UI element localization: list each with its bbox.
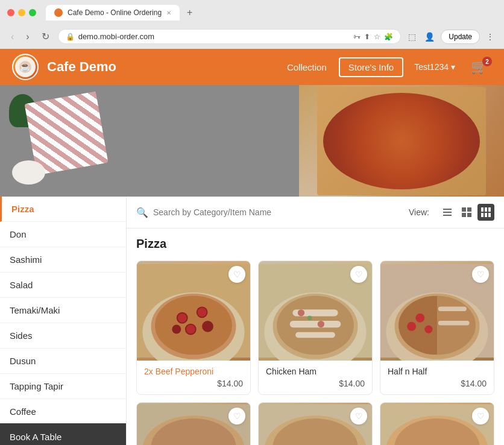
profile-icon[interactable]: 👤 [422,31,437,43]
svg-point-35 [298,309,304,316]
grid-2col-icon [461,207,472,218]
hero-banner [0,85,504,197]
plate-decoration [12,160,45,185]
menu-card-image: ♡ [259,403,372,445]
sidebar-item-pizza[interactable]: Pizza [0,197,126,222]
app-navigation: Collection Store's Info Test1234 ▾ 🛒 2 [280,57,492,77]
reload-button[interactable]: ↻ [38,30,53,43]
svg-rect-34 [295,332,335,338]
menu-card-info: 2x Beef Pepperoni $14.00 [137,361,250,394]
svg-rect-12 [488,207,491,212]
address-bar[interactable]: 🔒 demo.mobi-order.com 🗝 ⬆ ☆ 🧩 [58,29,402,44]
svg-rect-6 [462,207,466,212]
sidebar-item-sashimi[interactable]: Sashimi [0,247,126,273]
menu-card-item-5[interactable]: ♡ [258,402,373,445]
url-text: demo.mobi-order.com [78,32,350,41]
menu-item-name: 2x Beef Pepperoni [144,367,243,376]
hero-right-panel [299,85,504,197]
svg-rect-49 [438,321,470,326]
lock-icon: 🔒 [66,33,75,41]
new-tab-button[interactable]: + [187,7,192,18]
browser-action-buttons: ⬚ 👤 Update ⋮ [406,30,497,44]
svg-point-47 [424,325,432,333]
favorite-button[interactable]: ♡ [228,266,245,283]
logo-image: ☕ [13,55,37,79]
favorite-button[interactable]: ♡ [472,266,489,283]
sidebar-item-temaki-maki[interactable]: Temaki/Maki [0,298,126,323]
sidebar-item-coffee[interactable]: Coffee [0,399,126,424]
search-icon: 🔍 [136,207,148,218]
hero-left-panel [0,85,299,197]
grid-2col-view-button[interactable] [458,204,475,221]
collection-nav-link[interactable]: Collection [280,58,334,76]
tab-close-icon[interactable]: ✕ [166,10,171,16]
sidebar-item-dusun[interactable]: Dusun [0,349,126,374]
menu-card-beef-pepperoni[interactable]: ♡ 2x Beef Pepperoni $14.00 [136,260,251,395]
sidebar-item-sides[interactable]: Sides [0,323,126,349]
chevron-down-icon: ▾ [451,62,455,72]
tab-title: Cafe Demo - Online Ordering [68,8,162,17]
favorite-button[interactable]: ♡ [228,408,245,424]
menu-item-price: $14.00 [144,379,243,388]
share-icon: ⬆ [364,33,370,41]
user-account-dropdown[interactable]: Test1234 ▾ [408,58,461,75]
menu-item-name: Chicken Ham [266,367,365,376]
logo-svg: ☕ [14,56,36,78]
svg-rect-48 [438,306,467,311]
menu-card-chicken-ham[interactable]: ♡ Chicken Ham $14.00 [258,260,373,395]
view-toggle-buttons [439,204,494,221]
menu-card-image: ♡ [137,261,250,361]
svg-point-24 [172,325,181,334]
menu-card-info: Chicken Ham $14.00 [259,361,372,394]
minimize-window-btn[interactable] [18,9,25,16]
close-window-btn[interactable] [7,9,14,16]
grid-3col-view-button[interactable] [477,204,494,221]
favorite-button[interactable]: ♡ [350,266,367,283]
category-sidebar: Pizza Don Sashimi Salad Temaki/Maki Side… [0,197,127,445]
browser-chrome: Cafe Demo - Online Ordering ✕ + ‹ › ↻ 🔒 … [0,0,504,49]
content-area: Pizza Don Sashimi Salad Temaki/Maki Side… [0,197,504,445]
svg-rect-10 [481,207,484,212]
sidebar-toggle-icon[interactable]: ⬚ [406,31,418,43]
browser-window-controls [7,9,36,16]
bookmark-icon: ☆ [374,33,380,41]
svg-rect-3 [443,209,452,210]
stores-info-nav-link[interactable]: Store's Info [339,57,403,77]
cart-button[interactable]: 🛒 2 [466,57,492,77]
key-icon: 🗝 [353,33,361,41]
favorite-button[interactable]: ♡ [472,408,489,424]
username-label: Test1234 [414,62,449,72]
svg-rect-14 [485,213,487,217]
menu-item-grid: ♡ 2x Beef Pepperoni $14.00 [127,256,504,445]
maximize-window-btn[interactable] [29,9,36,16]
book-table-button[interactable]: Book A Table [0,423,126,445]
search-bar: 🔍 View: [127,197,504,229]
browser-titlebar: Cafe Demo - Online Ordering ✕ + [0,0,504,25]
svg-point-26 [198,308,207,317]
svg-point-37 [307,315,312,320]
svg-point-36 [318,321,324,327]
forward-button[interactable]: › [22,30,33,43]
svg-point-46 [407,322,416,331]
menu-card-image: ♡ [380,403,494,445]
sidebar-item-salad[interactable]: Salad [0,273,126,298]
browser-addressbar: ‹ › ↻ 🔒 demo.mobi-order.com 🗝 ⬆ ☆ 🧩 ⬚ 👤 … [0,25,504,49]
menu-card-item-4[interactable]: ♡ [136,402,251,445]
list-view-button[interactable] [439,204,456,221]
sidebar-item-don[interactable]: Don [0,222,126,247]
search-input[interactable] [153,207,404,217]
svg-rect-7 [467,207,471,212]
back-button[interactable]: ‹ [7,30,17,43]
favorite-button[interactable]: ♡ [350,408,367,424]
menu-card-image: ♡ [137,403,250,445]
update-button[interactable]: Update [441,30,480,44]
svg-rect-9 [467,213,471,217]
more-options-icon[interactable]: ⋮ [484,31,497,43]
svg-rect-4 [443,212,452,213]
menu-card-half-n-half[interactable]: ♡ Half n Half $14.00 [380,260,494,395]
browser-tab-active[interactable]: Cafe Demo - Online Ordering ✕ [46,5,180,21]
sidebar-item-tapping-tapir[interactable]: Tapping Tapir [0,374,126,399]
svg-point-27 [186,325,195,334]
menu-card-item-6[interactable]: ♡ [380,402,494,445]
extension-icon: 🧩 [384,33,393,41]
